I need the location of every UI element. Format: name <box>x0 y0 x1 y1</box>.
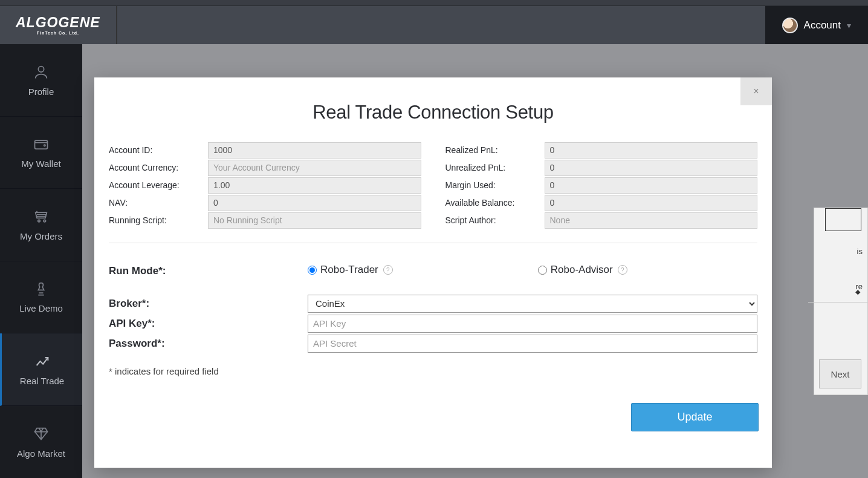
background-panel: is ◆ re Next <box>814 208 868 395</box>
divider <box>109 243 757 243</box>
logo-subtext: FinTech Co. Ltd. <box>37 31 79 35</box>
account-menu[interactable]: Account ▾ <box>765 6 868 44</box>
realized-pnl-input[interactable] <box>545 142 758 159</box>
logo-text: ALGOGENE <box>16 16 100 30</box>
broker-select[interactable]: CoinEx <box>308 295 757 313</box>
svg-point-2 <box>44 145 45 146</box>
account-id-input[interactable] <box>208 142 421 159</box>
sidebar-item-label: My Wallet <box>21 159 60 169</box>
sidebar-item-orders[interactable]: My Orders <box>0 189 82 261</box>
modal-title: Real Trade Connection Setup <box>94 77 772 142</box>
radio-input[interactable] <box>538 266 547 275</box>
sidebar-item-profile[interactable]: Profile <box>0 44 82 117</box>
sidebar-item-label: Real Trade <box>20 376 64 386</box>
apikey-label: API Key*: <box>109 318 308 330</box>
field-label: NAV: <box>109 198 208 208</box>
sidebar-item-wallet[interactable]: My Wallet <box>0 117 82 189</box>
logo[interactable]: ALGOGENE FinTech Co. Ltd. <box>0 6 117 44</box>
close-icon: × <box>753 86 759 97</box>
profile-icon <box>33 64 50 80</box>
field-label: Running Script: <box>109 215 208 225</box>
bg-text-fragment: re <box>850 280 867 293</box>
field-label: Available Balance: <box>445 198 545 208</box>
bg-box <box>825 208 861 231</box>
connection-setup-modal: × Real Trade Connection Setup Account ID… <box>94 77 772 468</box>
sidebar-item-label: Profile <box>28 87 54 97</box>
chess-icon <box>33 280 50 297</box>
robo-advisor-radio[interactable]: Robo-Advisor ? <box>538 264 627 276</box>
help-icon[interactable]: ? <box>618 265 627 275</box>
script-author-input[interactable] <box>545 212 758 229</box>
unrealized-pnl-input[interactable] <box>545 160 758 176</box>
radio-input[interactable] <box>308 266 317 275</box>
nav-input[interactable] <box>208 195 421 211</box>
svg-point-3 <box>38 220 40 222</box>
sidebar-item-real-trade[interactable]: Real Trade <box>0 333 82 406</box>
sidebar-item-algo-market[interactable]: Algo Market <box>0 406 82 478</box>
account-label: Account <box>804 19 841 31</box>
header: ALGOGENE FinTech Co. Ltd. Account ▾ <box>0 6 868 44</box>
field-label: Unrealized PnL: <box>445 163 545 172</box>
svg-point-0 <box>38 66 44 71</box>
left-column: Account ID: Account Currency: Account Le… <box>109 142 421 229</box>
right-column: Realized PnL: Unrealized PnL: Margin Use… <box>445 142 758 229</box>
account-currency-input[interactable] <box>208 160 421 176</box>
required-footnote: * indicates for required field <box>94 354 772 376</box>
update-button[interactable]: Update <box>631 403 759 431</box>
bg-text-fragment: is ◆ <box>852 244 867 258</box>
diamond-icon <box>33 425 50 442</box>
avatar <box>782 18 798 33</box>
svg-point-4 <box>44 220 46 222</box>
sidebar: Profile My Wallet My Orders Live Demo Re… <box>0 44 82 478</box>
top-edge <box>0 0 868 6</box>
sidebar-item-label: My Orders <box>20 231 62 241</box>
close-button[interactable]: × <box>740 77 772 105</box>
radio-label: Robo-Advisor <box>551 264 613 276</box>
account-leverage-input[interactable] <box>208 177 421 194</box>
help-icon[interactable]: ? <box>383 265 393 275</box>
field-label: Account ID: <box>109 145 208 155</box>
available-balance-input[interactable] <box>545 195 758 211</box>
cart-icon <box>33 208 50 225</box>
sidebar-item-label: Algo Market <box>17 448 65 459</box>
wallet-icon <box>33 136 50 152</box>
field-label: Account Currency: <box>109 163 208 172</box>
password-input[interactable] <box>308 335 757 353</box>
run-mode-label: Run Mode*: <box>109 264 308 277</box>
password-label: Password*: <box>109 338 308 350</box>
apikey-input[interactable] <box>308 315 757 333</box>
running-script-input[interactable] <box>208 212 421 229</box>
field-label: Account Leverage: <box>109 180 208 190</box>
next-button[interactable]: Next <box>819 359 861 388</box>
sidebar-item-label: Live Demo <box>19 303 63 313</box>
field-label: Script Author: <box>445 215 545 225</box>
radio-label: Robo-Trader <box>320 264 378 276</box>
field-label: Realized PnL: <box>445 145 545 155</box>
chart-icon <box>34 353 51 370</box>
chevron-down-icon: ▾ <box>847 21 851 30</box>
broker-label: Broker*: <box>109 298 308 310</box>
field-label: Margin Used: <box>445 180 545 190</box>
robo-trader-radio[interactable]: Robo-Trader ? <box>308 264 393 276</box>
header-divider <box>117 6 117 44</box>
margin-used-input[interactable] <box>545 177 758 194</box>
sidebar-item-demo[interactable]: Live Demo <box>0 261 82 334</box>
